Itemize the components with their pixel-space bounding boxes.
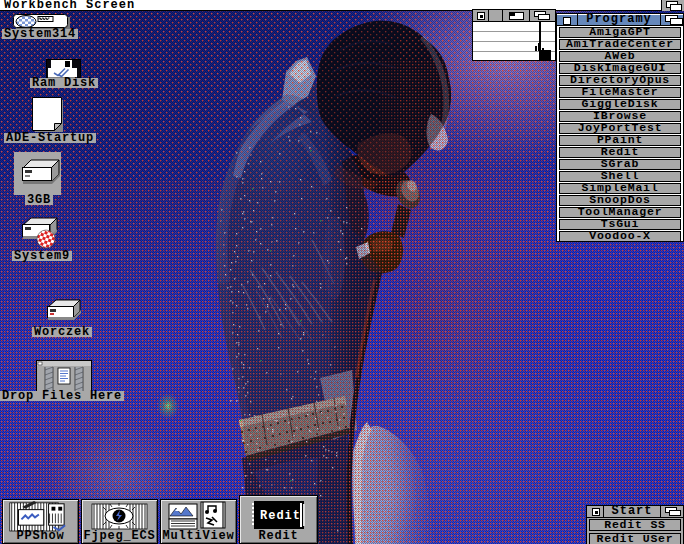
svg-text:Redit: Redit	[260, 509, 301, 523]
